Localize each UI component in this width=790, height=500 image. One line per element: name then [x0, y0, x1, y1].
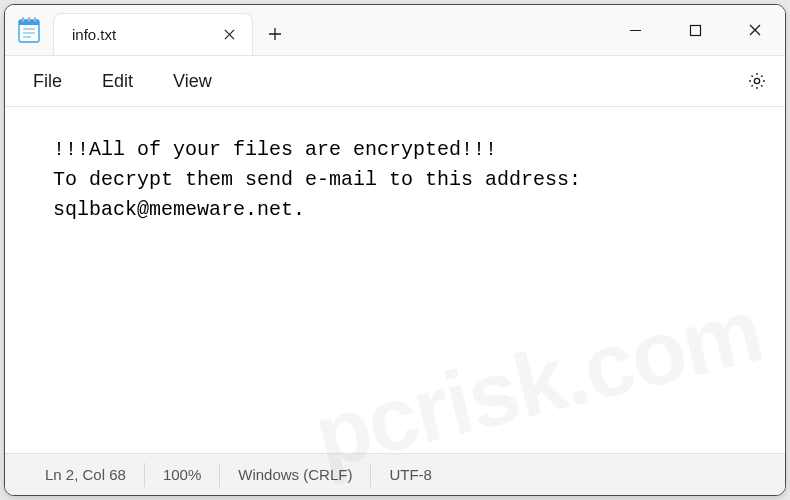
statusbar: Ln 2, Col 68 100% Windows (CRLF) UTF-8	[5, 453, 785, 495]
svg-rect-13	[690, 25, 700, 35]
status-zoom[interactable]: 100%	[145, 463, 220, 487]
window-maximize-button[interactable]	[665, 5, 725, 55]
close-icon	[748, 23, 762, 37]
notepad-app-icon	[5, 5, 53, 55]
menu-file[interactable]: File	[13, 65, 82, 98]
content-line: !!!All of your files are encrypted!!!	[53, 138, 497, 161]
window-close-button[interactable]	[725, 5, 785, 55]
notepad-icon	[18, 17, 40, 43]
titlebar-drag-area[interactable]	[297, 5, 605, 55]
gear-icon	[747, 71, 767, 91]
maximize-icon	[689, 24, 702, 37]
tab-active[interactable]: info.txt	[53, 13, 253, 55]
content-line: sqlback@memeware.net.	[53, 198, 305, 221]
tab-title: info.txt	[72, 26, 216, 43]
menu-view[interactable]: View	[153, 65, 232, 98]
svg-rect-5	[22, 17, 24, 22]
status-cursor-position: Ln 2, Col 68	[27, 463, 145, 487]
window-minimize-button[interactable]	[605, 5, 665, 55]
new-tab-button[interactable]	[253, 13, 297, 55]
minimize-icon	[629, 24, 642, 37]
svg-rect-7	[34, 17, 36, 22]
titlebar: info.txt	[5, 5, 785, 55]
content-line: To decrypt them send e-mail to this addr…	[53, 168, 581, 191]
close-icon	[224, 29, 235, 40]
svg-point-16	[754, 78, 759, 83]
tab-close-button[interactable]	[216, 22, 242, 48]
menu-edit[interactable]: Edit	[82, 65, 153, 98]
status-encoding: UTF-8	[371, 463, 450, 487]
settings-button[interactable]	[737, 61, 777, 101]
text-editor-area[interactable]: !!!All of your files are encrypted!!! To…	[5, 107, 785, 453]
status-line-ending: Windows (CRLF)	[220, 463, 371, 487]
svg-rect-6	[28, 17, 30, 22]
notepad-window: info.txt	[4, 4, 786, 496]
plus-icon	[268, 27, 282, 41]
menubar: File Edit View	[5, 55, 785, 107]
